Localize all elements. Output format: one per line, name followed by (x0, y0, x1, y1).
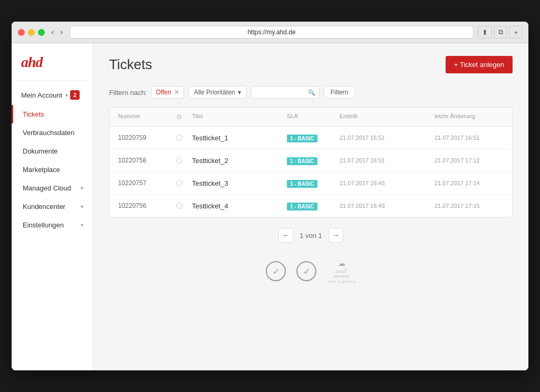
sidebar-item-label: Kundencenter (23, 203, 65, 211)
forward-button[interactable]: › (58, 28, 65, 36)
sla-badge: 1 - BASIC (287, 203, 317, 211)
ticket-number: 10220756 (118, 202, 176, 209)
ticket-created: 21.07.2017 16:43 (340, 180, 435, 186)
sidebar-nav: Mein Account ▾ 2 Tickets Verbrauchsdaten… (12, 81, 93, 234)
browser-actions: ⬆ ⧉ + (478, 26, 522, 39)
filter-button[interactable]: Filtern (324, 86, 355, 99)
ticket-sla: 1 - BASIC (287, 133, 340, 142)
page-header: Tickets + Ticket anlegen (109, 56, 513, 73)
current-page: 1 (300, 232, 303, 240)
sidebar-account[interactable]: Mein Account ▾ 2 (12, 85, 93, 105)
sidebar-logo: ahd (12, 43, 93, 81)
table-row[interactable]: 10220758 Testticket_2 1 - BASIC 21.07.20… (110, 149, 512, 172)
sidebar-item-dokumente[interactable]: Dokumente (12, 142, 93, 160)
sidebar-item-label: Marketplace (23, 166, 60, 174)
seal-icon-2: ✓ (296, 261, 316, 281)
header-status: ⚙ (176, 113, 192, 121)
filter-chip-label: Offen (156, 89, 171, 96)
ticket-number: 10220757 (118, 179, 176, 187)
logo: ahd (21, 54, 83, 71)
ticket-created: 21.07.2017 16:51 (340, 157, 435, 164)
cloud-services-logo: ☁ cloud®servicesmade in germany (327, 259, 355, 284)
page-info: 1 von 1 (300, 232, 322, 240)
share-button[interactable]: ⬆ (478, 26, 492, 39)
next-page-button[interactable]: → (329, 228, 343, 243)
table-row[interactable]: 10220759 Testticket_1 1 - BASIC 21.07.20… (110, 127, 512, 149)
filter-label: Filtern nach: (109, 89, 147, 97)
ticket-title: Testticket_1 (192, 134, 287, 142)
ticket-sla: 1 - BASIC (287, 201, 340, 211)
table-row[interactable]: 10220757 Testticket_3 1 - BASIC 21.07.20… (110, 172, 512, 195)
active-filter-chip[interactable]: Offen ✕ (151, 86, 184, 99)
sidebar-item-tickets[interactable]: Tickets (12, 105, 93, 123)
pagination: ← 1 von 1 → (109, 217, 513, 253)
ticket-status (176, 180, 182, 186)
sidebar: ahd Mein Account ▾ 2 Tickets Verbrauchsd… (12, 43, 93, 370)
sidebar-item-verbrauchsdaten[interactable]: Verbrauchsdaten (12, 123, 93, 142)
account-label: Mein Account (21, 91, 62, 99)
account-chevron: ▾ (65, 92, 68, 98)
managed-cloud-chevron: ▾ (81, 185, 83, 191)
ticket-created: 21.07.2017 16:51 (340, 135, 435, 141)
new-tab-button[interactable]: + (509, 26, 522, 39)
header-last-changed: letzte Änderung (435, 113, 513, 121)
sidebar-item-einstellungen[interactable]: Einstellungen ▾ (12, 216, 93, 234)
header-number: Nummer (118, 113, 176, 121)
ticket-status (176, 157, 182, 164)
minimize-dot[interactable] (28, 29, 35, 36)
sidebar-item-kundencenter[interactable]: Kundencenter ▾ (12, 197, 93, 216)
priority-dropdown[interactable]: Alle Prioritäten ▾ (188, 86, 247, 99)
back-button[interactable]: ‹ (49, 28, 56, 36)
priority-label: Alle Prioritäten (194, 89, 235, 96)
header-title: Titel (192, 113, 287, 121)
table-header: Nummer ⚙ Titel SLA Erstellt letzte Änder… (110, 108, 512, 127)
footer-logos: ✓ ✓ ☁ cloud®servicesmade in germany (109, 253, 513, 295)
sla-badge: 1 - BASIC (287, 157, 317, 165)
cloud-services-text: cloud®servicesmade in germany (327, 268, 355, 284)
address-bar[interactable]: https://my.ahd.de (70, 26, 474, 39)
cloud-icon: ☁ (338, 259, 345, 268)
of-label: von (305, 232, 319, 240)
table-row[interactable]: 10220756 Testticket_4 1 - BASIC 21.07.20… (110, 195, 512, 217)
ticket-title: Testticket_2 (192, 157, 287, 165)
ticket-status (176, 135, 182, 141)
filter-chip-close[interactable]: ✕ (174, 89, 179, 96)
ticket-last-changed: 21.07.2017 16:51 (435, 135, 513, 141)
ticket-status (176, 203, 182, 209)
tickets-table: Nummer ⚙ Titel SLA Erstellt letzte Änder… (109, 107, 513, 217)
sidebar-item-label: Tickets (23, 110, 44, 118)
tab-button[interactable]: ⧉ (494, 26, 507, 39)
sla-badge: 1 - BASIC (287, 180, 317, 188)
ticket-number: 10220758 (118, 157, 176, 164)
sidebar-item-label: Managed Cloud (23, 184, 71, 192)
settings-icon: ⚙ (176, 113, 182, 121)
search-input[interactable] (251, 86, 320, 99)
create-ticket-button[interactable]: + Ticket anlegen (446, 56, 513, 73)
sidebar-item-label: Dokumente (23, 147, 57, 155)
seal-icon-1: ✓ (266, 261, 286, 281)
prev-page-button[interactable]: ← (278, 228, 293, 243)
ticket-last-changed: 21.07.2017 17:15 (435, 203, 513, 209)
maximize-dot[interactable] (38, 29, 45, 36)
priority-chevron: ▾ (238, 89, 241, 96)
browser-chrome: ‹ › https://my.ahd.de ⬆ ⧉ + (12, 22, 528, 43)
sidebar-item-label: Einstellungen (23, 221, 64, 229)
ticket-last-changed: 21.07.2017 17:14 (435, 180, 513, 186)
kundencenter-chevron: ▾ (81, 204, 83, 209)
filter-bar: Filtern nach: Offen ✕ Alle Prioritäten ▾… (109, 86, 513, 99)
ticket-sla: 1 - BASIC (287, 178, 340, 188)
search-wrapper: 🔍 (251, 86, 320, 99)
sidebar-item-label: Verbrauchsdaten (23, 129, 74, 137)
ticket-number: 10220759 (118, 134, 176, 141)
browser-nav: ‹ › (49, 28, 65, 36)
total-pages: 1 (319, 232, 322, 240)
header-created: Erstellt (340, 113, 435, 121)
sidebar-item-managed-cloud[interactable]: Managed Cloud ▾ (12, 179, 93, 197)
close-dot[interactable] (18, 29, 25, 36)
sidebar-item-marketplace[interactable]: Marketplace (12, 160, 93, 179)
sla-badge: 1 - BASIC (287, 135, 317, 142)
app-layout: ahd Mein Account ▾ 2 Tickets Verbrauchsd… (12, 43, 528, 370)
ticket-last-changed: 21.07.2017 17:12 (435, 157, 513, 164)
page-title: Tickets (109, 56, 152, 73)
account-badge: 2 (70, 90, 80, 100)
